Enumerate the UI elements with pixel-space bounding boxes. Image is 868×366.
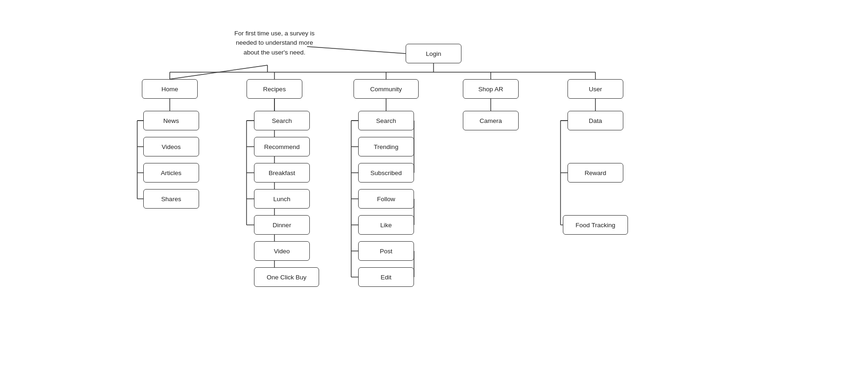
node-recommend[interactable]: Recommend bbox=[254, 137, 310, 156]
node-shares[interactable]: Shares bbox=[143, 189, 199, 209]
node-like[interactable]: Like bbox=[358, 215, 414, 235]
node-reward[interactable]: Reward bbox=[568, 163, 623, 183]
node-rSearch[interactable]: Search bbox=[254, 111, 310, 130]
node-video[interactable]: Video bbox=[254, 241, 310, 261]
node-community[interactable]: Community bbox=[354, 79, 419, 99]
node-follow[interactable]: Follow bbox=[358, 189, 414, 209]
node-breakfast[interactable]: Breakfast bbox=[254, 163, 310, 183]
node-videos[interactable]: Videos bbox=[143, 137, 199, 156]
node-camera[interactable]: Camera bbox=[463, 111, 519, 130]
node-user[interactable]: User bbox=[568, 79, 623, 99]
node-data[interactable]: Data bbox=[568, 111, 623, 130]
node-lunch[interactable]: Lunch bbox=[254, 189, 310, 209]
node-subscribed[interactable]: Subscribed bbox=[358, 163, 414, 183]
node-login[interactable]: Login bbox=[406, 44, 461, 63]
node-articles[interactable]: Articles bbox=[143, 163, 199, 183]
node-edit[interactable]: Edit bbox=[358, 267, 414, 287]
svg-line-0 bbox=[307, 47, 406, 54]
node-shopAR[interactable]: Shop AR bbox=[463, 79, 519, 99]
node-oneClickBuy[interactable]: One Click Buy bbox=[254, 267, 319, 287]
node-dinner[interactable]: Dinner bbox=[254, 215, 310, 235]
survey-note: For first time use, a survey is needed t… bbox=[228, 29, 321, 57]
node-foodTracking[interactable]: Food Tracking bbox=[563, 215, 628, 235]
diagram: For first time use, a survey is needed t… bbox=[0, 0, 868, 366]
node-recipes[interactable]: Recipes bbox=[247, 79, 302, 99]
node-home[interactable]: Home bbox=[142, 79, 198, 99]
node-trending[interactable]: Trending bbox=[358, 137, 414, 156]
node-post[interactable]: Post bbox=[358, 241, 414, 261]
node-cSearch[interactable]: Search bbox=[358, 111, 414, 130]
node-news[interactable]: News bbox=[143, 111, 199, 130]
